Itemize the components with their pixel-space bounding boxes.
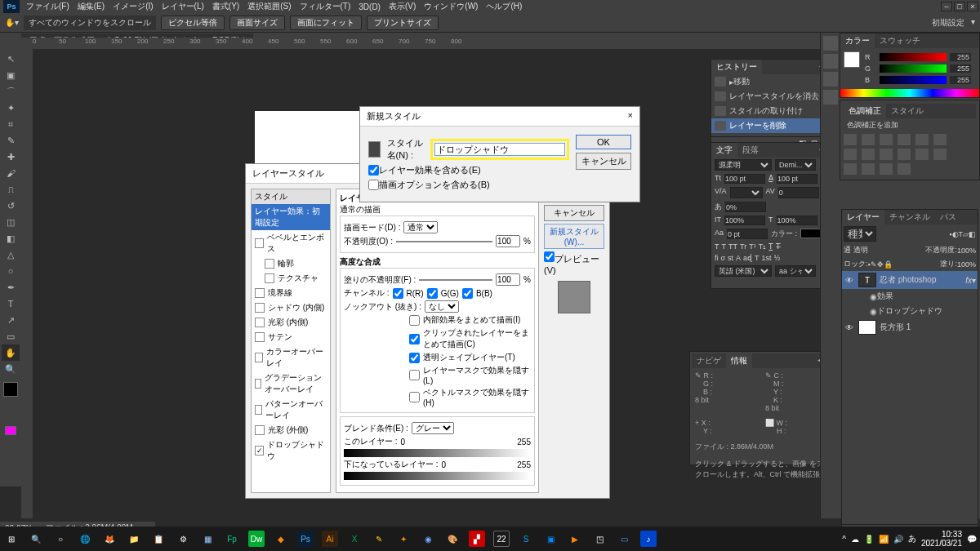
blur-tool[interactable]: △ xyxy=(2,247,20,263)
kerning-select[interactable] xyxy=(730,187,763,198)
layer-thumb[interactable]: T xyxy=(858,273,876,287)
opacity-input[interactable] xyxy=(496,235,520,247)
adv-2[interactable] xyxy=(409,353,420,363)
cloud-icon[interactable]: ☁ xyxy=(851,535,859,544)
photoshop-icon[interactable]: Ps xyxy=(297,531,314,547)
media-icon[interactable]: ▶ xyxy=(567,531,583,547)
move-tool[interactable]: ↖ xyxy=(2,51,20,67)
blendif-select[interactable]: グレー xyxy=(412,422,454,434)
filter-icon[interactable]: ◧ xyxy=(969,230,976,238)
chrome-icon[interactable]: 🌐 xyxy=(77,531,93,547)
lock-icon[interactable]: ✥ xyxy=(877,260,884,269)
sup-icon[interactable]: T¹ xyxy=(749,242,756,251)
blend-slider-under[interactable] xyxy=(344,472,531,480)
g-slider[interactable] xyxy=(880,64,947,73)
spectrum[interactable] xyxy=(840,89,979,97)
adj-icon[interactable] xyxy=(844,134,857,145)
quickmask-icon[interactable] xyxy=(5,426,16,435)
adj-icon[interactable] xyxy=(898,134,911,145)
ls-preview-check[interactable] xyxy=(544,251,555,262)
excel-icon[interactable]: X xyxy=(346,531,363,547)
discord-icon[interactable]: ◉ xyxy=(420,531,436,547)
adj-icon[interactable] xyxy=(880,163,893,175)
crop-tool[interactable]: ⌗ xyxy=(2,116,20,132)
opt-actual-pixels[interactable]: ピクセル等倍 xyxy=(161,16,225,30)
close-button[interactable]: × xyxy=(967,2,978,11)
b-slider[interactable] xyxy=(880,76,947,84)
channel-b[interactable] xyxy=(462,288,473,299)
fill-input[interactable] xyxy=(496,273,520,286)
adj-icon[interactable] xyxy=(880,134,893,145)
lock-icon[interactable]: ✎ xyxy=(871,260,877,269)
lasso-tool[interactable]: ⌒ xyxy=(2,83,20,100)
paths-tab[interactable]: パス xyxy=(935,210,961,224)
minimize-button[interactable]: – xyxy=(941,2,952,11)
notification-icon[interactable]: 💬 xyxy=(967,535,977,544)
nav-tab[interactable]: ナビゲ xyxy=(692,353,726,368)
adv-0[interactable] xyxy=(409,315,420,326)
include-blend-check[interactable] xyxy=(368,180,379,190)
sub-icon[interactable]: T₁ xyxy=(759,242,767,251)
adj-icon[interactable] xyxy=(898,163,911,175)
wifi-icon[interactable]: 📶 xyxy=(879,535,889,544)
styles-header[interactable]: スタイル xyxy=(252,189,330,204)
settings-icon[interactable]: ⚙ xyxy=(175,531,191,547)
style-satin[interactable]: サテン xyxy=(252,330,330,344)
eye-icon[interactable]: 👁 xyxy=(844,323,855,332)
filter-icon[interactable]: ◐ xyxy=(952,230,959,238)
blend-mode-select[interactable]: 通常 xyxy=(403,221,438,233)
hand-tool[interactable]: ✋ xyxy=(2,344,20,361)
smallcaps-icon[interactable]: Tr xyxy=(740,242,746,251)
color-tab[interactable]: カラー xyxy=(840,33,875,48)
type-tool[interactable]: T xyxy=(2,295,20,312)
strip-icon[interactable] xyxy=(823,90,838,104)
adj-icon[interactable] xyxy=(898,149,911,160)
layer-thumb[interactable] xyxy=(858,320,876,335)
adj-icon[interactable] xyxy=(862,149,875,160)
swatch-tab[interactable]: スウォッチ xyxy=(875,33,925,48)
dodge-tool[interactable]: ○ xyxy=(2,263,20,279)
menu-filter[interactable]: フィルター(T) xyxy=(300,1,351,12)
layer-row[interactable]: 👁T忍者 photoshopfx▾ xyxy=(842,271,978,289)
date-icon[interactable]: 22 xyxy=(493,531,510,547)
knockout-select[interactable]: なし xyxy=(425,300,459,313)
underline-icon[interactable]: T̲ xyxy=(768,242,773,251)
styles-tab[interactable]: スタイル xyxy=(886,104,929,118)
adj-icon[interactable] xyxy=(933,134,947,145)
adv-4[interactable] xyxy=(409,392,420,402)
menu-select[interactable]: 選択範囲(S) xyxy=(247,1,291,12)
stamp-tool[interactable]: ⎍ xyxy=(2,181,20,198)
r-slider[interactable] xyxy=(880,53,947,61)
notes-icon[interactable]: 📋 xyxy=(150,531,167,547)
adjust-tab[interactable]: 色調補正 xyxy=(844,104,886,118)
pen-tool[interactable]: ✒ xyxy=(2,279,20,295)
eye-icon[interactable]: 👁 xyxy=(844,276,855,285)
menu-window[interactable]: ウィンドウ(W) xyxy=(424,1,478,12)
music-icon[interactable]: ♪ xyxy=(640,531,657,547)
adj-icon[interactable] xyxy=(915,149,929,160)
channels-tab[interactable]: チャンネル xyxy=(884,210,935,224)
channel-g[interactable] xyxy=(427,288,438,299)
dreamweaver-icon[interactable]: Dw xyxy=(248,531,265,547)
style-color-overlay[interactable]: カラーオーバーレイ xyxy=(252,344,330,371)
app-icon[interactable]: ▭ xyxy=(616,531,632,547)
style-drop-shadow[interactable]: ドロップシャドウ xyxy=(252,438,330,464)
history-brush-tool[interactable]: ↺ xyxy=(2,198,20,214)
hscale-input[interactable] xyxy=(777,216,817,225)
marquee-tool[interactable]: ▣ xyxy=(2,67,20,83)
style-stroke[interactable]: 境界線 xyxy=(252,286,330,300)
avira-icon[interactable]: ▞ xyxy=(469,531,485,547)
layer-effect-row[interactable]: ◉ ドロップシャドウ xyxy=(842,304,978,318)
firefox-icon[interactable]: 🦊 xyxy=(101,531,118,547)
app-icon[interactable]: ✎ xyxy=(371,531,387,547)
explorer-icon[interactable]: 📁 xyxy=(126,531,142,547)
illustrator-icon[interactable]: Ai xyxy=(322,531,338,547)
strike-icon[interactable]: T̶ xyxy=(776,242,781,251)
calc-icon[interactable]: ▦ xyxy=(199,531,216,547)
bold-icon[interactable]: T xyxy=(715,242,719,251)
size-input[interactable] xyxy=(724,174,765,184)
adj-icon[interactable] xyxy=(880,149,893,160)
adj-icon[interactable] xyxy=(915,134,929,145)
workspace-dropdown-icon[interactable]: ▾ xyxy=(971,17,975,29)
style-contour[interactable]: 輪郭 xyxy=(252,256,330,271)
